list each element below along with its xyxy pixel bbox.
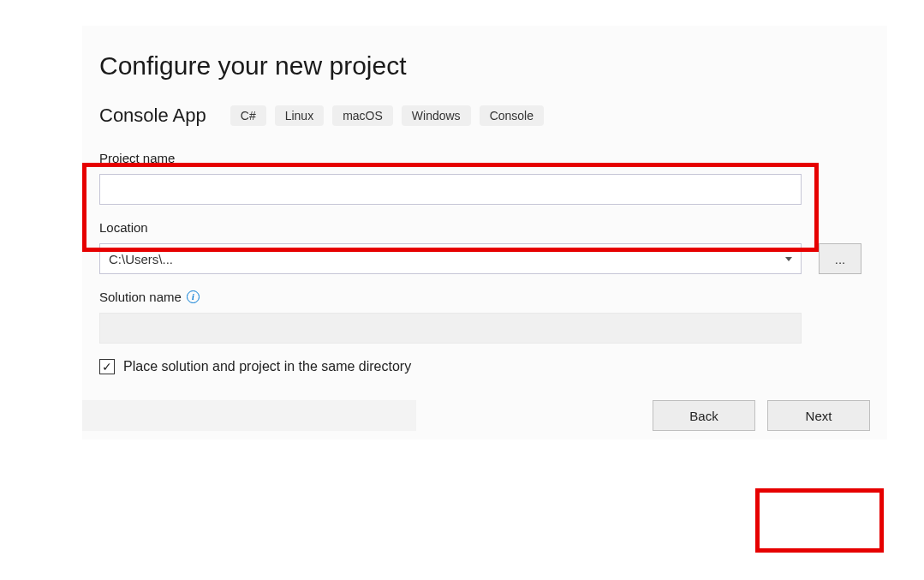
tag-macos: macOS — [332, 105, 393, 126]
solution-name-label: Solution name i — [99, 290, 870, 304]
page-title: Configure your new project — [99, 51, 870, 81]
checkmark-icon: ✓ — [102, 361, 112, 373]
dialog-footer: Back Next — [82, 400, 887, 431]
tag-windows: Windows — [402, 105, 471, 126]
tag-linux: Linux — [275, 105, 324, 126]
browse-label: ... — [835, 252, 846, 266]
location-combobox[interactable]: C:\Users\... — [99, 243, 802, 274]
browse-button[interactable]: ... — [819, 243, 861, 274]
footer-spacer — [82, 400, 416, 431]
template-name: Console App — [99, 105, 206, 127]
info-icon[interactable]: i — [187, 290, 200, 303]
same-directory-row: ✓ Place solution and project in the same… — [99, 359, 870, 374]
location-value: C:\Users\... — [109, 252, 173, 266]
configure-project-dialog: Configure your new project Console App C… — [82, 26, 887, 439]
project-name-group: Project name — [99, 151, 870, 205]
template-row: Console App C# Linux macOS Windows Conso… — [99, 105, 870, 127]
back-button[interactable]: Back — [653, 400, 755, 431]
project-name-input[interactable] — [99, 174, 802, 205]
tag-console: Console — [480, 105, 544, 126]
solution-name-input — [99, 313, 802, 344]
tag-csharp: C# — [230, 105, 266, 126]
next-button[interactable]: Next — [767, 400, 870, 431]
same-directory-label: Place solution and project in the same d… — [123, 359, 411, 374]
same-directory-checkbox[interactable]: ✓ — [99, 359, 115, 374]
chevron-down-icon — [785, 257, 792, 261]
highlight-next-button — [755, 488, 884, 553]
project-name-label: Project name — [99, 151, 870, 165]
solution-name-group: Solution name i — [99, 290, 870, 344]
location-label: Location — [99, 220, 870, 235]
location-group: Location C:\Users\... ... — [99, 220, 870, 274]
